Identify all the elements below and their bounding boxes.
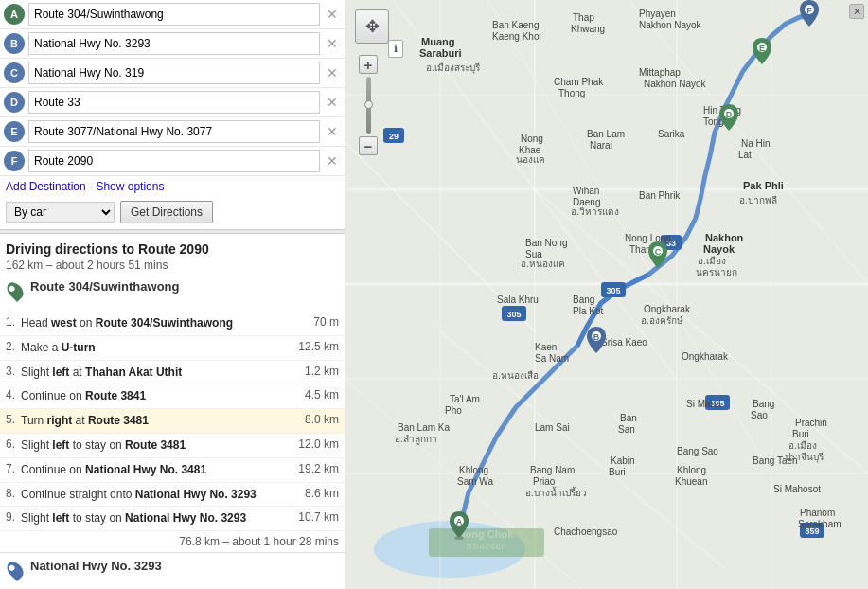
get-directions-button[interactable]: Get Directions <box>120 201 213 223</box>
svg-text:A: A <box>456 517 463 527</box>
svg-text:Lat: Lat <box>738 150 752 160</box>
zoom-out-button[interactable]: − <box>359 136 378 155</box>
directions-distance: 162 km <box>6 259 43 272</box>
step-num-8: 8. <box>6 487 21 500</box>
svg-text:อ.เมือง: อ.เมือง <box>698 256 726 266</box>
remove-waypoint-d[interactable]: ✕ <box>324 95 341 110</box>
step-num-2: 2. <box>6 340 21 353</box>
svg-text:Pak Phli: Pak Phli <box>743 180 784 191</box>
remove-waypoint-b[interactable]: ✕ <box>324 36 341 51</box>
step-text-9: Slight left to stay on National Hwy No. … <box>21 510 287 527</box>
remove-waypoint-c[interactable]: ✕ <box>324 65 341 80</box>
step-row-4: 4. Continue on Route 3841 4.5 km <box>0 384 345 409</box>
step-text-7: Continue on National Hwy No. 3481 <box>21 462 287 478</box>
end-point-row: National Hwy No. 3293 <box>0 553 345 589</box>
transport-row: By car By public transit Walking Get Dir… <box>0 197 345 229</box>
directions-title: Driving directions to Route 2090 <box>6 241 339 257</box>
waypoint-label-e: E <box>4 121 25 142</box>
step-num-9: 9. <box>6 510 21 524</box>
step-num-6: 6. <box>6 437 21 451</box>
map-info-box[interactable]: ℹ <box>388 40 403 58</box>
step-num-3: 3. <box>6 365 21 378</box>
svg-text:F: F <box>806 6 812 15</box>
map-nav-control: ✥ <box>355 9 389 44</box>
add-destination-link[interactable]: Add Destination <box>6 180 86 193</box>
svg-text:Nong Long: Nong Long <box>625 233 671 243</box>
svg-text:C: C <box>655 247 662 257</box>
svg-text:Ban Kaeng: Ban Kaeng <box>492 20 540 30</box>
svg-text:นองแค: นองแค <box>516 154 545 165</box>
svg-text:305: 305 <box>506 310 521 319</box>
step-text-6: Slight left to stay on Route 3481 <box>21 437 287 454</box>
step-text-2: Make a U-turn <box>21 340 287 356</box>
waypoint-input-e[interactable] <box>28 120 320 143</box>
svg-text:Nakhon Nayok: Nakhon Nayok <box>644 79 707 89</box>
step-row-3: 3. Slight left at Thahan Akat Uthit 1.2 … <box>0 361 345 385</box>
step-row-8: 8. Continue straight onto National Hwy N… <box>0 483 345 508</box>
svg-text:Buri: Buri <box>792 429 809 439</box>
svg-text:Saraburi: Saraburi <box>419 47 462 59</box>
svg-text:Sa Nam: Sa Nam <box>535 353 569 364</box>
step-text-3: Slight left at Thahan Akat Uthit <box>21 365 287 381</box>
waypoint-input-c[interactable] <box>28 62 320 84</box>
svg-text:San: San <box>618 424 635 435</box>
close-map-button[interactable]: ✕ <box>849 4 864 19</box>
step-num-1: 1. <box>6 315 21 329</box>
svg-text:Pla Kot: Pla Kot <box>573 306 603 316</box>
svg-text:Ta'l Am: Ta'l Am <box>450 394 480 404</box>
svg-text:Prachin: Prachin <box>795 418 827 428</box>
map-area[interactable]: 305 305 29 395 33 859 Muang Saraburi อ.เ… <box>345 0 868 589</box>
svg-text:Ban: Ban <box>620 413 637 423</box>
step-num-7: 7. <box>6 462 21 475</box>
steps-container: 1. Head west on Route 304/Suwinthawong 7… <box>0 312 345 531</box>
svg-text:Mittaphap: Mittaphap <box>639 67 681 78</box>
waypoint-input-d[interactable] <box>28 91 320 114</box>
waypoint-row-b: B ✕ <box>0 29 345 59</box>
svg-text:Buri: Buri <box>609 467 626 477</box>
svg-text:Phanom: Phanom <box>800 508 835 518</box>
waypoint-label-b: B <box>4 33 25 54</box>
svg-text:Khlong: Khlong <box>459 465 488 475</box>
svg-text:นครนายก: นครนายก <box>696 267 737 277</box>
svg-text:อ.องครักษ์: อ.องครักษ์ <box>641 315 683 326</box>
svg-text:Si Mahosot: Si Mahosot <box>773 484 821 494</box>
svg-text:Si Maha: Si Maha <box>686 399 721 409</box>
svg-text:Bang Sao: Bang Sao <box>677 446 718 456</box>
transport-mode-select[interactable]: By car By public transit Walking <box>6 202 115 223</box>
waypoint-input-a[interactable] <box>28 3 320 26</box>
waypoint-label-a: A <box>4 4 25 25</box>
svg-text:Wihan: Wihan <box>573 186 599 196</box>
remove-waypoint-f[interactable]: ✕ <box>324 153 341 169</box>
svg-text:อ.หนองเสือ: อ.หนองเสือ <box>492 370 539 381</box>
step-row-6: 6. Slight left to stay on Route 3481 12.… <box>0 434 345 458</box>
waypoint-input-b[interactable] <box>28 32 320 55</box>
directions-header: Driving directions to Route 2090 162 km … <box>0 234 345 274</box>
waypoint-row-c: C ✕ <box>0 59 345 88</box>
remove-waypoint-e[interactable]: ✕ <box>324 124 341 139</box>
svg-text:Muang: Muang <box>421 36 454 47</box>
step-text-1: Head west on Route 304/Suwinthawong <box>21 315 287 331</box>
step-dist-7: 19.2 km <box>287 462 339 475</box>
step-row-2: 2. Make a U-turn 12.5 km <box>0 336 345 361</box>
waypoint-input-f[interactable] <box>28 150 320 172</box>
zoom-in-button[interactable]: + <box>359 55 378 74</box>
pan-control[interactable]: ✥ <box>355 9 389 44</box>
remove-waypoint-a[interactable]: ✕ <box>324 7 341 22</box>
show-options-link[interactable]: Show options <box>96 180 164 193</box>
svg-text:อ.วิหารแดง: อ.วิหารแดง <box>571 206 619 217</box>
info-icon: ℹ <box>394 43 398 55</box>
svg-text:B: B <box>593 332 600 342</box>
step-dist-8: 8.6 km <box>287 487 339 500</box>
step-dist-5: 8.0 km <box>287 413 339 426</box>
waypoint-row-f: F ✕ <box>0 147 345 176</box>
svg-text:Bang: Bang <box>573 294 594 305</box>
waypoint-label-d: D <box>4 92 25 113</box>
svg-text:Priao: Priao <box>533 476 556 487</box>
svg-text:อ.เมือง: อ.เมือง <box>788 440 817 451</box>
svg-text:Nakhon: Nakhon <box>705 232 744 243</box>
svg-text:Sala Khru: Sala Khru <box>497 294 539 305</box>
svg-text:Phyayen: Phyayen <box>639 9 676 19</box>
svg-text:อ.ปากพลี: อ.ปากพลี <box>739 195 777 205</box>
svg-text:Bang Taen: Bang Taen <box>753 455 798 466</box>
zoom-slider-thumb[interactable] <box>364 100 373 109</box>
